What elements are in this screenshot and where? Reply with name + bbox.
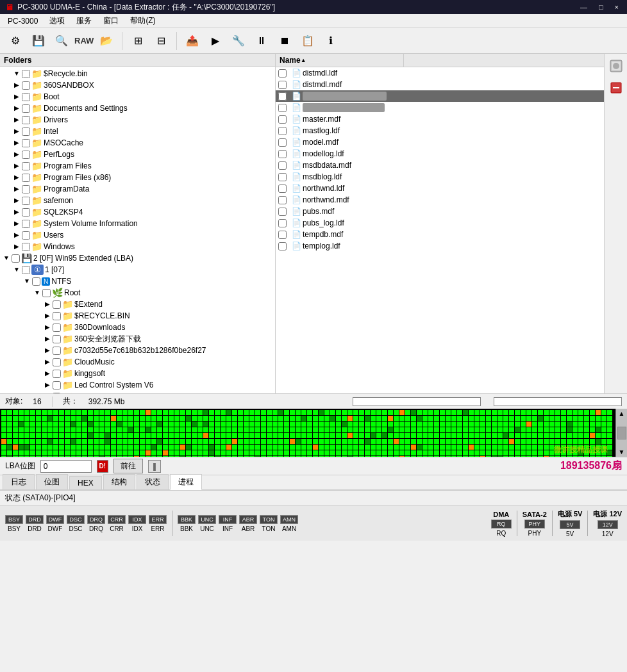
tree-expander[interactable]: ▶ [12,161,22,171]
tree-checkbox[interactable] [22,151,30,159]
tree-checkbox[interactable] [53,358,61,366]
file-checkbox[interactable] [278,208,287,216]
tree-item[interactable]: ▶📁MyDownloads [0,391,275,393]
raw-button[interactable]: 📂 [96,31,117,51]
menu-service[interactable]: 服务 [71,14,97,28]
tab-status[interactable]: 状态 [137,474,169,489]
file-row[interactable]: 📄 msdblog.ldf [276,171,604,183]
tab-bitmap[interactable]: 位图 [36,474,68,489]
file-row[interactable]: 📄 ████████████.MDF [276,90,604,102]
tree-item[interactable]: ▶📁Boot [0,91,275,102]
tree-checkbox[interactable] [12,254,20,263]
tree-item[interactable]: ▶📁PerfLogs [0,149,275,160]
tree-expander[interactable]: ▼ [22,276,32,286]
tree-item[interactable]: ▶📁360安全浏览器下载 [0,333,275,345]
menu-window[interactable]: 窗口 [98,14,124,28]
file-row[interactable]: 📄 mastlog.ldf [276,125,604,136]
file-checkbox[interactable] [278,196,287,204]
file-checkbox[interactable] [278,173,287,181]
menu-options[interactable]: 选项 [44,14,70,28]
file-row[interactable]: 📄 northwnd.mdf [276,194,604,206]
tree-item[interactable]: ▶📁System Volume Information [0,218,275,229]
tree-item[interactable]: ▼NNTFS [0,275,275,287]
tree-item[interactable]: ▶📁Program Files (x86) [0,172,275,183]
file-row[interactable]: 📄 northwnd.ldf [276,183,604,194]
file-checkbox[interactable] [278,219,287,227]
file-checkbox[interactable] [278,138,287,147]
tree-checkbox[interactable] [42,289,51,297]
tree-expander[interactable]: ▶ [42,368,53,379]
tree-expander[interactable]: ▶ [12,80,22,90]
group-btn1[interactable]: ⊞ [128,31,148,51]
tree-checkbox[interactable] [22,81,30,90]
file-checkbox[interactable] [278,115,287,124]
info-button[interactable]: ℹ [321,31,341,51]
search-button[interactable]: 🔍 [51,31,72,51]
tree-checkbox[interactable] [32,277,40,286]
minimize-button[interactable]: — [577,3,590,12]
tree-expander[interactable]: ▶ [12,218,22,229]
tree-item[interactable]: ▶📁$Extend [0,299,275,310]
file-checkbox[interactable] [278,92,287,101]
tree-checkbox[interactable] [22,185,30,193]
menu-help[interactable]: 帮助(Z) [125,14,160,28]
lba-pause-btn[interactable]: ‖ [148,460,161,473]
tree-checkbox[interactable] [22,208,30,217]
tree-checkbox[interactable] [22,93,30,101]
file-list[interactable]: Name 📄 distmdl.ldf 📄 distmdl.mdf 📄 █████… [276,54,604,393]
tree-expander[interactable]: ▼ [1,253,12,263]
save-button[interactable]: 💾 [28,31,49,51]
tree-expander[interactable]: ▶ [12,207,22,217]
tree-checkbox[interactable] [22,162,30,170]
tree-item[interactable]: ▶📁Documents and Settings [0,102,275,114]
tree-item[interactable]: ▼①1 [07] [0,264,275,275]
scroll-up-icon[interactable]: ▲ [619,410,625,417]
lba-goto-btn[interactable]: 前往 [113,459,143,473]
sidebar-btn1[interactable] [606,56,626,76]
file-checkbox[interactable] [278,127,287,135]
tree-checkbox[interactable] [22,116,30,124]
tree-view[interactable]: ▼📁$Recycle.bin▶📁360SANDBOX▶📁Boot▶📁Docume… [0,67,275,393]
file-checkbox[interactable] [278,184,287,193]
tree-expander[interactable]: ▶ [12,92,22,102]
tab-structure[interactable]: 结构 [103,474,135,489]
close-button[interactable]: × [612,3,622,12]
tree-item[interactable]: ▶📁Users [0,229,275,241]
analyze-button[interactable]: 🔧 [228,31,249,51]
lba-input[interactable] [40,460,92,473]
file-row[interactable]: 📄 distmdl.mdf [276,79,604,90]
file-checkbox[interactable] [278,150,287,158]
tab-hex[interactable]: HEX [69,476,102,489]
tree-expander[interactable]: ▼ [12,265,22,275]
tree-item[interactable]: ▶📁ProgramData [0,183,275,195]
tree-checkbox[interactable] [22,197,30,205]
file-row[interactable]: 📄 tempdb.mdf [276,229,604,240]
tree-expander[interactable]: ▶ [12,230,22,240]
tree-expander[interactable]: ▶ [12,149,22,160]
file-row[interactable]: 📄 msdbdata.mdf [276,160,604,171]
tree-expander[interactable]: ▶ [42,322,53,332]
tree-expander[interactable]: ▶ [12,172,22,183]
tree-checkbox[interactable] [53,335,61,343]
tree-checkbox[interactable] [53,381,61,389]
file-row[interactable]: 📄 pubs_log.ldf [276,217,604,229]
tree-expander[interactable]: ▶ [42,311,53,321]
menu-pc3000[interactable]: PC-3000 [3,15,43,27]
tree-item[interactable]: ▶📁Intel [0,126,275,137]
pause-button[interactable]: ⏸ [251,31,272,51]
tree-item[interactable]: ▼💾2 [0F] Win95 Extended (LBA) [0,252,275,264]
tree-item[interactable]: ▶📁SQL2KSP4 [0,206,275,218]
tree-checkbox[interactable] [22,104,30,113]
tree-expander[interactable]: ▶ [42,391,53,393]
file-row[interactable]: 📄 master.mdf [276,113,604,125]
tree-item[interactable]: ▶📁c7032d55e7c618b632b1286f0be26f27 [0,345,275,356]
file-row[interactable]: 📄 model.mdf [276,136,604,148]
file-checkbox[interactable] [278,104,287,112]
tree-item[interactable]: ▶📁safemon [0,195,275,206]
file-row[interactable]: 📄 templog.ldf [276,240,604,252]
file-row[interactable]: 📄 ████████████.LDF [276,102,604,113]
file-checkbox[interactable] [278,81,287,89]
tree-expander[interactable]: ▶ [12,195,22,206]
tree-item[interactable]: ▶📁kinggsoft [0,368,275,379]
tree-expander[interactable]: ▶ [12,126,22,136]
